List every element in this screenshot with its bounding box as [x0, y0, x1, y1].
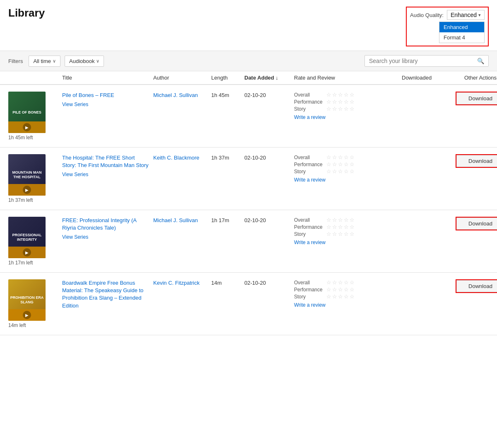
star-icon: ☆ — [338, 161, 343, 167]
overall-rating-row: Overall ☆☆☆☆☆ — [294, 92, 402, 98]
star-icon: ☆ — [332, 154, 337, 160]
star-icon: ☆ — [326, 231, 331, 237]
performance-label: Performance — [294, 99, 324, 105]
date-col: 02-10-20 — [244, 154, 294, 161]
download-button[interactable]: Download — [456, 155, 497, 167]
book-title-link[interactable]: The Hospital: The FREE Short Story: The … — [62, 154, 149, 169]
type-filter-select[interactable]: Audiobook ∨ — [65, 56, 104, 67]
download-col: Download — [456, 217, 497, 230]
length-col: 14m — [211, 279, 244, 286]
col-header-cover — [8, 75, 62, 81]
download-button[interactable]: Download — [456, 280, 497, 292]
page-header: Library Audio Quality: Enhanced ▾ Enhanc… — [0, 0, 497, 51]
star-icon: ☆ — [326, 106, 331, 112]
star-icon: ☆ — [338, 106, 343, 112]
story-stars[interactable]: ☆☆☆☆☆ — [326, 293, 355, 300]
book-cover-col: PROHIBITION ERA SLANG ▶ 14m left — [8, 279, 62, 328]
dropdown-item-format4[interactable]: Format 4 — [439, 32, 484, 43]
book-title-link[interactable]: Boardwalk Empire Free Bonus Material: Th… — [62, 279, 149, 310]
search-bar[interactable]: 🔍 — [364, 55, 489, 67]
date-text: 02-10-20 — [244, 280, 266, 286]
dropdown-item-enhanced[interactable]: Enhanced — [439, 22, 484, 32]
star-icon: ☆ — [350, 154, 355, 160]
time-filter-chevron-icon: ∨ — [53, 58, 56, 64]
play-badge: ▶ — [8, 247, 46, 258]
star-icon: ☆ — [326, 217, 331, 223]
write-review-link[interactable]: Write a review — [294, 114, 402, 120]
page-title: Library — [8, 7, 45, 19]
star-icon: ☆ — [350, 293, 355, 300]
performance-stars[interactable]: ☆☆☆☆☆ — [326, 224, 355, 230]
overall-stars[interactable]: ☆☆☆☆☆ — [326, 279, 355, 286]
performance-label: Performance — [294, 162, 324, 167]
date-col: 02-10-20 — [244, 92, 294, 98]
book-cover[interactable]: PROHIBITION ERA SLANG ▶ — [8, 279, 46, 321]
overall-stars[interactable]: ☆☆☆☆☆ — [326, 92, 355, 98]
audio-quality-select[interactable]: Enhanced ▾ — [447, 10, 485, 20]
star-icon: ☆ — [332, 279, 337, 286]
download-button[interactable]: Download — [456, 218, 497, 230]
search-input[interactable] — [369, 58, 477, 64]
write-review-link[interactable]: Write a review — [294, 240, 402, 245]
play-badge: ▶ — [8, 309, 46, 321]
star-icon: ☆ — [350, 224, 355, 230]
star-icon: ☆ — [344, 279, 349, 286]
star-icon: ☆ — [332, 293, 337, 300]
col-header-rate-review: Rate and Review — [294, 75, 402, 81]
star-icon: ☆ — [338, 92, 343, 98]
col-header-date-added[interactable]: Date Added ↓ — [244, 75, 294, 81]
author-link[interactable]: Michael J. Sullivan — [153, 92, 198, 98]
audio-quality-row: Audio Quality: Enhanced ▾ — [410, 10, 485, 20]
author-link[interactable]: Kevin C. Fitzpatrick — [153, 280, 200, 286]
rating-col: Overall ☆☆☆☆☆ Performance ☆☆☆☆☆ Story ☆☆… — [294, 92, 402, 120]
col-header-downloaded: Downloaded — [402, 75, 456, 81]
star-icon: ☆ — [350, 92, 355, 98]
story-stars[interactable]: ☆☆☆☆☆ — [326, 106, 355, 112]
download-button[interactable]: Download — [456, 92, 497, 104]
overall-stars[interactable]: ☆☆☆☆☆ — [326, 217, 355, 223]
view-series-link[interactable]: View Series — [62, 102, 88, 107]
author-link[interactable]: Keith C. Blackmore — [153, 155, 199, 161]
performance-stars[interactable]: ☆☆☆☆☆ — [326, 99, 355, 105]
play-icon[interactable]: ▶ — [23, 311, 31, 319]
book-cover[interactable]: PILE OF BONES ▶ — [8, 92, 46, 133]
star-icon: ☆ — [326, 161, 331, 167]
play-icon[interactable]: ▶ — [23, 186, 31, 194]
play-icon[interactable]: ▶ — [23, 123, 31, 131]
star-icon: ☆ — [332, 224, 337, 230]
view-series-link[interactable]: View Series — [62, 234, 88, 240]
overall-stars[interactable]: ☆☆☆☆☆ — [326, 154, 355, 160]
length-col: 1h 37m — [211, 154, 244, 161]
view-series-link[interactable]: View Series — [62, 172, 88, 177]
write-review-link[interactable]: Write a review — [294, 302, 402, 308]
star-icon: ☆ — [326, 99, 331, 105]
star-icon: ☆ — [332, 161, 337, 167]
book-title-link[interactable]: Pile of Bones – FREE — [62, 92, 149, 99]
performance-rating-row: Performance ☆☆☆☆☆ — [294, 99, 402, 105]
play-badge: ▶ — [8, 184, 46, 196]
book-cover-col: PROFESSIONAL INTEGRITY ▶ 1h 17m left — [8, 217, 62, 266]
time-filter-value: All time — [33, 58, 51, 64]
story-stars[interactable]: ☆☆☆☆☆ — [326, 168, 355, 174]
story-rating-row: Story ☆☆☆☆☆ — [294, 168, 402, 174]
story-label: Story — [294, 169, 324, 174]
play-icon[interactable]: ▶ — [23, 248, 31, 257]
story-label: Story — [294, 294, 324, 300]
star-icon: ☆ — [338, 217, 343, 223]
story-label: Story — [294, 231, 324, 237]
time-filter-select[interactable]: All time ∨ — [29, 56, 60, 67]
story-stars[interactable]: ☆☆☆☆☆ — [326, 231, 355, 237]
time-left: 1h 45m left — [8, 135, 33, 140]
length-col: 1h 17m — [211, 217, 244, 223]
write-review-link[interactable]: Write a review — [294, 177, 402, 183]
author-link[interactable]: Michael J. Sullivan — [153, 217, 198, 223]
download-col: Download — [456, 279, 497, 293]
overall-label: Overall — [294, 280, 324, 286]
length-text: 14m — [211, 280, 222, 286]
book-cover[interactable]: PROFESSIONAL INTEGRITY ▶ — [8, 217, 46, 258]
book-title-link[interactable]: FREE: Professional Integrity (A Riyria C… — [62, 217, 149, 232]
performance-stars[interactable]: ☆☆☆☆☆ — [326, 286, 355, 293]
performance-stars[interactable]: ☆☆☆☆☆ — [326, 161, 355, 167]
star-icon: ☆ — [332, 106, 337, 112]
book-cover[interactable]: MOUNTAIN MAN THE HOSPITAL ▶ — [8, 154, 46, 196]
